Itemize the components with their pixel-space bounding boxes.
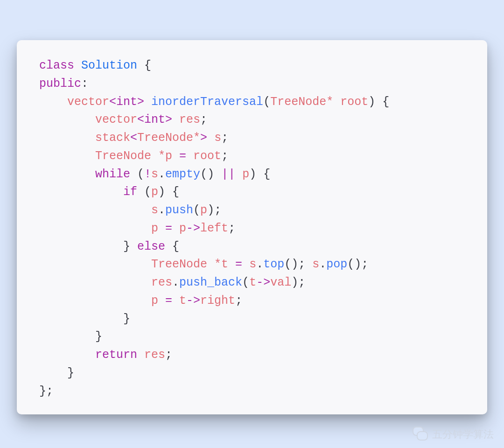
code-token: TreeNode — [137, 131, 193, 145]
code-token: s — [312, 258, 319, 271]
code-token: TreeNode — [270, 95, 326, 109]
code-token: s — [151, 168, 158, 181]
code-token: left — [200, 222, 228, 235]
code-token — [39, 203, 151, 217]
code-token — [39, 185, 123, 199]
code-token: = — [165, 294, 179, 308]
code-token: * — [214, 258, 221, 271]
code-token: -> — [186, 222, 200, 235]
code-token: root — [340, 95, 368, 109]
code-token — [39, 348, 95, 362]
code-token: inorderTraversal — [151, 95, 263, 109]
code-token: ! — [144, 168, 151, 181]
code-token: () — [200, 168, 221, 181]
code-token: > — [165, 113, 179, 126]
code-token: ; — [165, 348, 172, 362]
code-token: right — [200, 294, 235, 308]
code-token: . — [256, 258, 263, 271]
code-token: * — [326, 95, 340, 109]
code-token: ); — [291, 276, 305, 289]
code-card: class Solution { public: vector<int> ino… — [17, 40, 487, 414]
code-token: p — [151, 294, 165, 308]
code-token: p — [151, 185, 158, 199]
code-token: } — [39, 330, 102, 343]
code-token: return — [95, 348, 144, 362]
code-token: ( — [263, 95, 270, 109]
code-token: > — [200, 131, 214, 145]
code-token: push_back — [179, 276, 242, 289]
code-token: . — [158, 168, 165, 181]
code-token: res — [144, 348, 165, 362]
code-token: < — [137, 113, 144, 126]
code-token — [39, 113, 95, 126]
code-token: t — [179, 294, 186, 308]
code-token: ; — [228, 222, 235, 235]
code-token: ( — [193, 203, 200, 217]
watermark-text: 五分钟学算法 — [432, 427, 494, 441]
code-token: } — [39, 312, 130, 326]
code-token — [39, 149, 95, 163]
code-token: { — [172, 240, 179, 253]
code-token: else — [137, 240, 172, 253]
code-token: p — [200, 203, 207, 217]
code-block: class Solution { public: vector<int> ino… — [39, 57, 473, 400]
code-token — [39, 294, 151, 308]
code-token: = — [235, 258, 249, 271]
code-token: TreeNode — [151, 258, 214, 271]
wechat-icon — [413, 427, 428, 442]
code-token: res — [151, 276, 172, 289]
code-token — [39, 276, 151, 289]
code-token: TreeNode — [95, 149, 158, 163]
code-token: class — [39, 59, 81, 72]
code-token: ; — [200, 113, 207, 126]
code-token: int — [144, 113, 165, 126]
code-token: || — [221, 168, 242, 181]
code-token: t — [249, 276, 256, 289]
code-token: p — [151, 222, 165, 235]
code-token: . — [158, 203, 165, 217]
code-token: ); — [207, 203, 221, 217]
code-token: p — [179, 222, 186, 235]
code-token: vector — [95, 113, 137, 126]
code-token: res — [179, 113, 200, 126]
code-token: (); — [347, 258, 368, 271]
code-token: p — [165, 149, 179, 163]
code-token: ( — [137, 168, 144, 181]
code-token: * — [158, 149, 165, 163]
code-token: stack — [95, 131, 130, 145]
code-token: val — [270, 276, 291, 289]
code-token: if — [123, 185, 144, 199]
code-token: < — [109, 95, 116, 109]
code-token: } — [39, 366, 74, 380]
code-token: t — [221, 258, 235, 271]
code-token: ( — [144, 185, 151, 199]
code-token: public — [39, 77, 81, 91]
code-token: { — [137, 59, 151, 72]
code-token — [39, 258, 151, 271]
code-token: } — [39, 240, 137, 253]
code-token — [39, 95, 67, 109]
code-token: pop — [326, 258, 347, 271]
code-token: top — [263, 258, 284, 271]
code-token: < — [130, 131, 137, 145]
code-token: ) { — [158, 185, 179, 199]
code-token: }; — [39, 385, 53, 398]
code-token: . — [319, 258, 326, 271]
code-token: -> — [256, 276, 270, 289]
code-token: s — [151, 203, 158, 217]
code-token: (); — [284, 258, 312, 271]
code-token — [39, 168, 95, 181]
code-token: ; — [221, 149, 228, 163]
watermark: 五分钟学算法 — [413, 427, 494, 442]
code-token: -> — [186, 294, 200, 308]
code-token: s — [249, 258, 256, 271]
code-token: ( — [242, 276, 249, 289]
code-token: > — [137, 95, 151, 109]
code-token: s — [214, 131, 221, 145]
code-token: : — [81, 77, 88, 91]
code-token: empty — [165, 168, 200, 181]
code-token: ; — [221, 131, 228, 145]
code-token: vector — [67, 95, 109, 109]
code-token: = — [165, 222, 179, 235]
code-token: ) { — [368, 95, 389, 109]
